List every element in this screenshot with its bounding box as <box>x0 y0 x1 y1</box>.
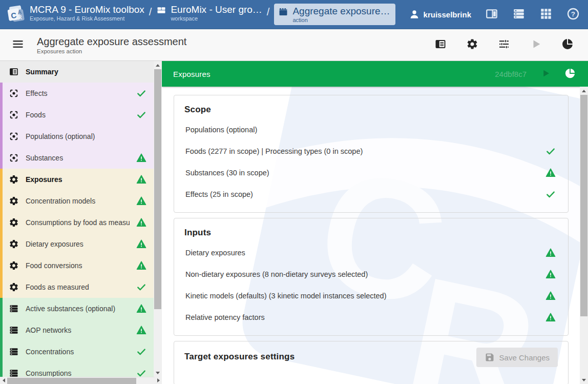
save-changes-button[interactable]: Save Changes <box>476 348 558 367</box>
run-id: 24dbf8c7 <box>495 70 527 78</box>
card-row[interactable]: Effects (25 in scope) <box>184 184 558 205</box>
run-button[interactable] <box>530 38 542 52</box>
sidebar-section-scope: EffectsFoodsPopulations (optional)Substa… <box>0 83 154 169</box>
scroll-up-arrow[interactable] <box>154 61 162 69</box>
sidebar-nav: SummaryEffectsFoodsPopulations (optional… <box>0 61 154 377</box>
scroll-right-arrow[interactable] <box>155 377 162 384</box>
card-row[interactable]: Substances (30 in scope) <box>184 162 558 184</box>
sidebar-item-label: Food conversions <box>26 261 130 270</box>
sidebar-section-calculators: ExposuresConcentration modelsConsumption… <box>0 169 154 298</box>
play-icon <box>540 68 551 78</box>
sidebar-item[interactable]: Food conversions <box>3 255 154 276</box>
breadcrumb-item[interactable]: Aggregate exposure…action <box>274 4 395 25</box>
sidebar-item[interactable]: Consumptions <box>3 362 154 377</box>
sidebar-item-label: Concentration models <box>26 197 130 205</box>
card-row-label: Substances (30 in scope) <box>185 169 545 177</box>
breadcrumb-item[interactable]: EuroMix - User gro…workspace <box>156 4 262 22</box>
breadcrumb-title: EuroMix - User gro… <box>171 4 262 15</box>
username: kruisselbrink <box>424 10 471 19</box>
report-button[interactable] <box>561 38 574 52</box>
scrollbar-thumb[interactable] <box>154 69 161 309</box>
breadcrumb-subtitle: workspace <box>171 15 262 22</box>
sidebar-item[interactable]: Exposures <box>3 169 154 190</box>
sidebar-item[interactable]: Dietary exposures <box>3 233 154 255</box>
run-module-button[interactable] <box>540 68 551 80</box>
warning-icon <box>136 217 146 228</box>
sidebar-item[interactable]: AOP networks <box>3 319 154 341</box>
sidebar-item-label: Foods <box>26 111 130 119</box>
page-title-block: Aggregate exposure assessment Exposures … <box>37 36 186 54</box>
sidebar-item[interactable]: Populations (optional) <box>3 126 154 147</box>
warning-icon <box>136 325 146 335</box>
summary-button[interactable] <box>434 38 447 52</box>
summary-book-icon <box>434 38 447 50</box>
warning-icon <box>136 174 146 185</box>
sidebar-item-label: Dietary exposures <box>26 240 130 248</box>
breadcrumb-text: Aggregate exposure…action <box>292 5 390 23</box>
sidebar-item[interactable]: Effects <box>3 83 154 104</box>
card-row[interactable]: Foods (2277 in scope) | Processing types… <box>184 140 558 162</box>
check-icon <box>545 146 556 156</box>
apps-grid-button[interactable] <box>539 7 553 22</box>
topbar-nav-icons: ? <box>471 7 580 22</box>
check-icon <box>136 368 146 377</box>
module-report-button[interactable] <box>564 68 576 80</box>
gear-icon <box>9 196 19 206</box>
card-row[interactable]: Populations (optional) <box>184 119 558 140</box>
card-row-label: Effects (25 in scope) <box>185 190 545 198</box>
warning-icon <box>545 269 556 279</box>
scroll-up-arrow[interactable] <box>580 87 588 95</box>
pie-icon <box>561 38 574 50</box>
card-row[interactable]: Non-dietary exposures (8 non-dietary sur… <box>184 264 558 285</box>
breadcrumb-item[interactable]: CRAMCRA 9 - EuroMix toolboxExposure, Haz… <box>5 4 144 25</box>
apps-icon <box>539 7 553 21</box>
card-row[interactable]: Kinetic models (defaults) (3 kinetic mod… <box>184 285 558 307</box>
scroll-left-arrow[interactable] <box>0 377 7 384</box>
sidebar-item-label: Substances <box>26 154 130 162</box>
sidebar-item[interactable]: Summary <box>3 61 154 83</box>
card-row[interactable]: Dietary exposures <box>184 242 558 264</box>
sidebar-item-label: Exposures <box>26 175 130 184</box>
tune-settings-button[interactable] <box>498 38 510 52</box>
sidebar-item[interactable]: Foods as measured <box>3 276 154 298</box>
action-icon <box>278 7 288 17</box>
panel-view-button[interactable] <box>485 7 498 22</box>
scroll-down-arrow[interactable] <box>154 369 162 377</box>
card: Target exposures settingsSave Changes <box>174 341 569 384</box>
save-button-label: Save Changes <box>499 353 550 362</box>
sidebar-item[interactable]: Concentrations <box>3 341 154 362</box>
user-menu[interactable]: kruisselbrink <box>409 9 471 20</box>
card-head: Scope <box>184 104 558 119</box>
sidebar-item[interactable]: Foods <box>3 104 154 126</box>
card-title: Inputs <box>184 228 211 238</box>
scroll-down-arrow[interactable] <box>580 376 588 384</box>
card-row-label: Non-dietary exposures (8 non-dietary sur… <box>185 270 545 278</box>
hamburger-menu-button[interactable] <box>11 37 25 52</box>
sidebar-item[interactable]: Concentration models <box>3 190 154 212</box>
runs-list-button[interactable] <box>512 7 526 22</box>
sidebar-item-label: Consumptions by food as measured <box>26 218 130 227</box>
scrollbar-thumb[interactable] <box>7 378 136 384</box>
check-icon <box>136 347 146 357</box>
breadcrumb-separator: / <box>267 6 270 18</box>
card-row-label: Populations (optional) <box>185 126 557 134</box>
sidebar-item[interactable]: Substances <box>3 147 154 169</box>
main-vertical-scrollbar[interactable] <box>580 87 588 384</box>
topbar-right: kruisselbrink ? <box>409 4 580 25</box>
sidebar-item[interactable]: Active substances (optional) <box>3 298 154 319</box>
sidebar-item-label: Foods as measured <box>26 283 130 291</box>
sidebar-item-label: Summary <box>26 68 146 76</box>
sidebar-vertical-scrollbar[interactable] <box>154 61 162 377</box>
card-head: Inputs <box>184 227 558 242</box>
page-title: Aggregate exposure assessment <box>37 36 186 48</box>
card-row[interactable]: Relative potency factors <box>184 307 558 328</box>
card-title: Scope <box>184 105 211 115</box>
help-button[interactable]: ? <box>566 7 580 22</box>
sidebar-horizontal-scrollbar[interactable] <box>0 377 162 384</box>
sidebar-item[interactable]: Consumptions by food as measured <box>3 212 154 233</box>
warning-icon <box>545 248 556 258</box>
scrollbar-thumb[interactable] <box>580 95 587 316</box>
warning-icon <box>136 239 146 249</box>
settings-button[interactable] <box>466 38 478 52</box>
breadcrumb-title: Aggregate exposure… <box>292 5 390 17</box>
